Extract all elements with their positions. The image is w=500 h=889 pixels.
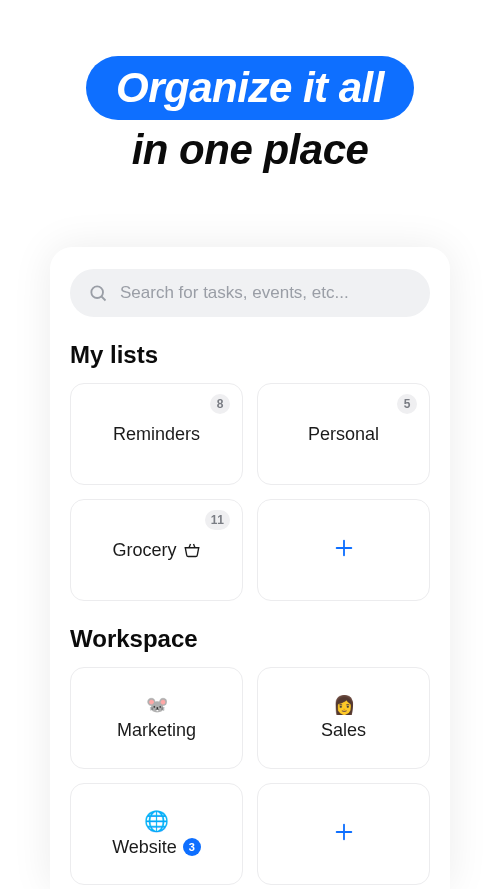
card-label-text: Grocery: [112, 540, 176, 561]
card-label: Website 3: [112, 837, 201, 858]
workspace-card-sales[interactable]: 👩 Sales: [257, 667, 430, 769]
plus-icon: [333, 536, 355, 564]
count-badge: 8: [210, 394, 230, 414]
svg-line-1: [102, 297, 106, 301]
list-card-personal[interactable]: 5 Personal: [257, 383, 430, 485]
card-label: Marketing: [117, 720, 196, 741]
list-card-grocery[interactable]: 11 Grocery: [70, 499, 243, 601]
workspace-grid: 🐭 Marketing 👩 Sales 🌐 Website 3: [70, 667, 430, 885]
section-title-workspace: Workspace: [70, 625, 430, 653]
add-workspace-button[interactable]: [257, 783, 430, 885]
card-label-text: Website: [112, 837, 177, 858]
workspace-card-website[interactable]: 🌐 Website 3: [70, 783, 243, 885]
count-badge: 5: [397, 394, 417, 414]
card-label: Sales: [321, 720, 366, 741]
count-badge: 11: [205, 510, 230, 530]
card-label: Reminders: [113, 424, 200, 445]
notification-badge: 3: [183, 838, 201, 856]
list-card-reminders[interactable]: 8 Reminders: [70, 383, 243, 485]
basket-icon: [183, 541, 201, 559]
svg-point-0: [91, 286, 103, 298]
search-placeholder: Search for tasks, events, etc...: [120, 283, 349, 303]
emoji-icon: 🐭: [146, 696, 168, 714]
globe-icon: 🌐: [144, 811, 169, 831]
card-label: Grocery: [112, 540, 200, 561]
card-label: Personal: [308, 424, 379, 445]
main-panel: Search for tasks, events, etc... My list…: [50, 247, 450, 889]
add-list-button[interactable]: [257, 499, 430, 601]
plus-icon: [333, 820, 355, 848]
mylists-grid: 8 Reminders 5 Personal 11 Grocery: [70, 383, 430, 601]
search-input[interactable]: Search for tasks, events, etc...: [70, 269, 430, 317]
workspace-card-marketing[interactable]: 🐭 Marketing: [70, 667, 243, 769]
section-title-mylists: My lists: [70, 341, 430, 369]
hero: Organize it all in one place: [0, 0, 500, 174]
search-icon: [88, 283, 108, 303]
emoji-icon: 👩: [333, 696, 355, 714]
hero-subline: in one place: [0, 126, 500, 174]
hero-headline-pill: Organize it all: [86, 56, 414, 120]
